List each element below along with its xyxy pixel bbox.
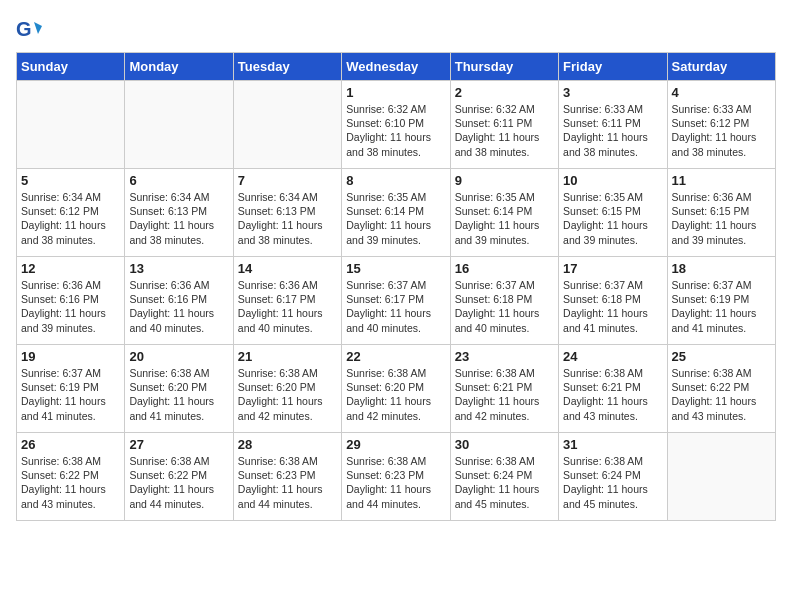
calendar-day-cell: 28Sunrise: 6:38 AM Sunset: 6:23 PM Dayli… xyxy=(233,433,341,521)
day-info: Sunrise: 6:38 AM Sunset: 6:20 PM Dayligh… xyxy=(129,366,228,423)
day-number: 5 xyxy=(21,173,120,188)
calendar-day-cell: 11Sunrise: 6:36 AM Sunset: 6:15 PM Dayli… xyxy=(667,169,775,257)
day-info: Sunrise: 6:38 AM Sunset: 6:22 PM Dayligh… xyxy=(672,366,771,423)
day-number: 19 xyxy=(21,349,120,364)
day-number: 22 xyxy=(346,349,445,364)
calendar-day-cell: 13Sunrise: 6:36 AM Sunset: 6:16 PM Dayli… xyxy=(125,257,233,345)
calendar-day-cell: 25Sunrise: 6:38 AM Sunset: 6:22 PM Dayli… xyxy=(667,345,775,433)
day-info: Sunrise: 6:38 AM Sunset: 6:24 PM Dayligh… xyxy=(455,454,554,511)
day-info: Sunrise: 6:37 AM Sunset: 6:17 PM Dayligh… xyxy=(346,278,445,335)
calendar-day-cell: 20Sunrise: 6:38 AM Sunset: 6:20 PM Dayli… xyxy=(125,345,233,433)
day-number: 23 xyxy=(455,349,554,364)
svg-text:G: G xyxy=(16,18,32,40)
day-number: 24 xyxy=(563,349,662,364)
calendar-day-cell: 5Sunrise: 6:34 AM Sunset: 6:12 PM Daylig… xyxy=(17,169,125,257)
calendar-day-cell xyxy=(17,81,125,169)
day-info: Sunrise: 6:32 AM Sunset: 6:10 PM Dayligh… xyxy=(346,102,445,159)
day-info: Sunrise: 6:34 AM Sunset: 6:13 PM Dayligh… xyxy=(238,190,337,247)
calendar-day-cell: 10Sunrise: 6:35 AM Sunset: 6:15 PM Dayli… xyxy=(559,169,667,257)
day-number: 8 xyxy=(346,173,445,188)
calendar-week-row: 19Sunrise: 6:37 AM Sunset: 6:19 PM Dayli… xyxy=(17,345,776,433)
calendar-day-cell: 4Sunrise: 6:33 AM Sunset: 6:12 PM Daylig… xyxy=(667,81,775,169)
day-info: Sunrise: 6:34 AM Sunset: 6:12 PM Dayligh… xyxy=(21,190,120,247)
day-number: 20 xyxy=(129,349,228,364)
calendar-week-row: 1Sunrise: 6:32 AM Sunset: 6:10 PM Daylig… xyxy=(17,81,776,169)
calendar-day-cell: 30Sunrise: 6:38 AM Sunset: 6:24 PM Dayli… xyxy=(450,433,558,521)
day-number: 9 xyxy=(455,173,554,188)
day-number: 25 xyxy=(672,349,771,364)
day-info: Sunrise: 6:37 AM Sunset: 6:19 PM Dayligh… xyxy=(672,278,771,335)
day-number: 21 xyxy=(238,349,337,364)
calendar-day-cell: 15Sunrise: 6:37 AM Sunset: 6:17 PM Dayli… xyxy=(342,257,450,345)
calendar-day-cell: 18Sunrise: 6:37 AM Sunset: 6:19 PM Dayli… xyxy=(667,257,775,345)
calendar-header-row: SundayMondayTuesdayWednesdayThursdayFrid… xyxy=(17,53,776,81)
day-of-week-header: Saturday xyxy=(667,53,775,81)
day-info: Sunrise: 6:36 AM Sunset: 6:16 PM Dayligh… xyxy=(129,278,228,335)
day-info: Sunrise: 6:36 AM Sunset: 6:16 PM Dayligh… xyxy=(21,278,120,335)
day-of-week-header: Sunday xyxy=(17,53,125,81)
calendar-week-row: 5Sunrise: 6:34 AM Sunset: 6:12 PM Daylig… xyxy=(17,169,776,257)
day-info: Sunrise: 6:35 AM Sunset: 6:14 PM Dayligh… xyxy=(346,190,445,247)
calendar-day-cell: 22Sunrise: 6:38 AM Sunset: 6:20 PM Dayli… xyxy=(342,345,450,433)
calendar-day-cell xyxy=(667,433,775,521)
calendar-day-cell: 19Sunrise: 6:37 AM Sunset: 6:19 PM Dayli… xyxy=(17,345,125,433)
calendar-day-cell: 6Sunrise: 6:34 AM Sunset: 6:13 PM Daylig… xyxy=(125,169,233,257)
day-number: 28 xyxy=(238,437,337,452)
logo-icon: G xyxy=(16,16,44,44)
day-info: Sunrise: 6:35 AM Sunset: 6:15 PM Dayligh… xyxy=(563,190,662,247)
day-number: 6 xyxy=(129,173,228,188)
day-info: Sunrise: 6:38 AM Sunset: 6:20 PM Dayligh… xyxy=(238,366,337,423)
day-number: 12 xyxy=(21,261,120,276)
day-info: Sunrise: 6:33 AM Sunset: 6:12 PM Dayligh… xyxy=(672,102,771,159)
day-info: Sunrise: 6:32 AM Sunset: 6:11 PM Dayligh… xyxy=(455,102,554,159)
day-info: Sunrise: 6:38 AM Sunset: 6:20 PM Dayligh… xyxy=(346,366,445,423)
day-info: Sunrise: 6:34 AM Sunset: 6:13 PM Dayligh… xyxy=(129,190,228,247)
svg-marker-1 xyxy=(34,22,42,34)
calendar-day-cell: 7Sunrise: 6:34 AM Sunset: 6:13 PM Daylig… xyxy=(233,169,341,257)
day-number: 3 xyxy=(563,85,662,100)
calendar-day-cell: 29Sunrise: 6:38 AM Sunset: 6:23 PM Dayli… xyxy=(342,433,450,521)
day-number: 30 xyxy=(455,437,554,452)
day-info: Sunrise: 6:38 AM Sunset: 6:22 PM Dayligh… xyxy=(129,454,228,511)
day-info: Sunrise: 6:37 AM Sunset: 6:18 PM Dayligh… xyxy=(563,278,662,335)
day-info: Sunrise: 6:36 AM Sunset: 6:17 PM Dayligh… xyxy=(238,278,337,335)
day-number: 29 xyxy=(346,437,445,452)
calendar: SundayMondayTuesdayWednesdayThursdayFrid… xyxy=(16,52,776,521)
day-number: 11 xyxy=(672,173,771,188)
day-number: 27 xyxy=(129,437,228,452)
day-info: Sunrise: 6:38 AM Sunset: 6:21 PM Dayligh… xyxy=(455,366,554,423)
day-of-week-header: Wednesday xyxy=(342,53,450,81)
calendar-day-cell: 31Sunrise: 6:38 AM Sunset: 6:24 PM Dayli… xyxy=(559,433,667,521)
calendar-day-cell xyxy=(125,81,233,169)
calendar-day-cell: 14Sunrise: 6:36 AM Sunset: 6:17 PM Dayli… xyxy=(233,257,341,345)
day-number: 14 xyxy=(238,261,337,276)
calendar-day-cell: 2Sunrise: 6:32 AM Sunset: 6:11 PM Daylig… xyxy=(450,81,558,169)
calendar-week-row: 26Sunrise: 6:38 AM Sunset: 6:22 PM Dayli… xyxy=(17,433,776,521)
logo: G xyxy=(16,16,48,44)
day-info: Sunrise: 6:35 AM Sunset: 6:14 PM Dayligh… xyxy=(455,190,554,247)
calendar-day-cell: 23Sunrise: 6:38 AM Sunset: 6:21 PM Dayli… xyxy=(450,345,558,433)
day-info: Sunrise: 6:38 AM Sunset: 6:21 PM Dayligh… xyxy=(563,366,662,423)
calendar-day-cell: 9Sunrise: 6:35 AM Sunset: 6:14 PM Daylig… xyxy=(450,169,558,257)
calendar-day-cell: 12Sunrise: 6:36 AM Sunset: 6:16 PM Dayli… xyxy=(17,257,125,345)
calendar-day-cell: 27Sunrise: 6:38 AM Sunset: 6:22 PM Dayli… xyxy=(125,433,233,521)
calendar-week-row: 12Sunrise: 6:36 AM Sunset: 6:16 PM Dayli… xyxy=(17,257,776,345)
calendar-day-cell: 3Sunrise: 6:33 AM Sunset: 6:11 PM Daylig… xyxy=(559,81,667,169)
day-info: Sunrise: 6:36 AM Sunset: 6:15 PM Dayligh… xyxy=(672,190,771,247)
calendar-day-cell xyxy=(233,81,341,169)
day-of-week-header: Monday xyxy=(125,53,233,81)
calendar-day-cell: 24Sunrise: 6:38 AM Sunset: 6:21 PM Dayli… xyxy=(559,345,667,433)
day-info: Sunrise: 6:38 AM Sunset: 6:23 PM Dayligh… xyxy=(346,454,445,511)
day-number: 26 xyxy=(21,437,120,452)
day-number: 16 xyxy=(455,261,554,276)
day-info: Sunrise: 6:38 AM Sunset: 6:22 PM Dayligh… xyxy=(21,454,120,511)
day-number: 4 xyxy=(672,85,771,100)
header: G xyxy=(16,16,776,44)
day-info: Sunrise: 6:38 AM Sunset: 6:24 PM Dayligh… xyxy=(563,454,662,511)
calendar-day-cell: 8Sunrise: 6:35 AM Sunset: 6:14 PM Daylig… xyxy=(342,169,450,257)
calendar-day-cell: 1Sunrise: 6:32 AM Sunset: 6:10 PM Daylig… xyxy=(342,81,450,169)
day-info: Sunrise: 6:33 AM Sunset: 6:11 PM Dayligh… xyxy=(563,102,662,159)
day-of-week-header: Thursday xyxy=(450,53,558,81)
day-of-week-header: Friday xyxy=(559,53,667,81)
day-of-week-header: Tuesday xyxy=(233,53,341,81)
